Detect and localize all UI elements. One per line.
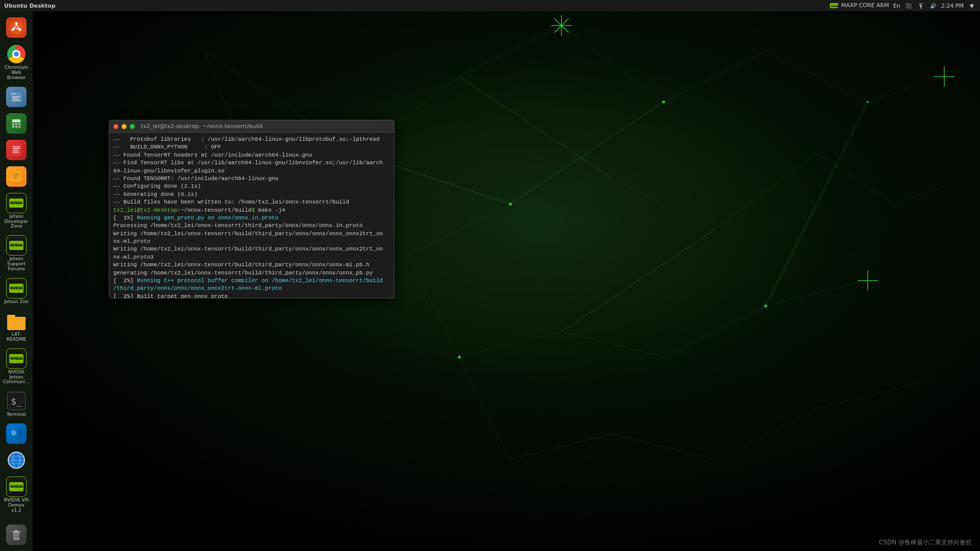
window-maximize-button[interactable] [130, 124, 135, 129]
terminal-titlebar[interactable]: tx2_lei@tx2-desktop: ~/onnx-tensorrt/bui… [109, 120, 394, 133]
top-panel-right: NVIDIA MAXP CORE ARM En ⬛ 🔊 2:24 PM ▼ [830, 2, 976, 10]
dock-item-nvidia-vpi[interactable]: NVIDIA NVIDIA VPI Demos v1.2 [2, 474, 31, 515]
terminal-line-15: nx-ml.proto3 [113, 254, 390, 261]
terminal-line-4: -- Find TensorRT libs at /usr/lib/aarch6… [113, 159, 390, 167]
clock: 2:24 PM [941, 3, 964, 9]
svg-rect-73 [13, 173, 20, 174]
dropdown-icon[interactable]: ▼ [968, 2, 976, 10]
svg-rect-86 [16, 534, 17, 538]
l4t-folder-icon [6, 311, 27, 331]
chromium-label: Chromium Web Browser [3, 65, 30, 81]
nvidia-dev-label: Jetson Developer Zone [3, 214, 30, 230]
terminal-prompt: tx2_lei@tx2-desktop:~/onnx-tensorrt/buil… [113, 207, 390, 214]
dock-item-chromium[interactable]: Chromium Web Browser [2, 42, 31, 83]
svg-rect-64 [12, 126, 14, 128]
nvidia-comm-icon: NVIDIA [6, 348, 27, 369]
dock-item-vscode[interactable] [2, 421, 31, 446]
terminal-line-progress-1: [ 1%] Running gen_proto.py on onnx/onnx.… [113, 214, 390, 222]
terminal-body[interactable]: -- Protobuf libraries : /usr/lib/aarch64… [109, 133, 394, 298]
watermark-text: CSDN @鲁棒最小二乘支持向量机 [879, 539, 972, 546]
terminal-line-1: -- Protobuf libraries : /usr/lib/aarch64… [113, 136, 390, 143]
terminal-line-11: Processing /home/tx2_lei/onnx-tensorrt/t… [113, 222, 390, 230]
calc-icon [6, 113, 27, 134]
jetson-zoo-label: Jetson Zoo [4, 299, 29, 305]
writer-icon [6, 140, 27, 160]
dock-item-sticky[interactable] [2, 164, 31, 189]
files-icon [6, 87, 27, 107]
svg-point-38 [867, 101, 869, 103]
dock-item-chromium2[interactable] [2, 448, 31, 472]
nvidia-vpi-label: NVIDIA VPI Demos v1.2 [3, 498, 30, 513]
svg-rect-65 [15, 126, 17, 128]
bluetooth-icon: ⬛ [904, 2, 913, 10]
terminal-line-13: nx-ml.proto [113, 238, 390, 245]
dock-item-l4t[interactable]: L4T- README [2, 309, 31, 344]
svg-rect-60 [12, 119, 20, 122]
terminal-label: Terminal [7, 412, 26, 417]
dock-item-trash[interactable] [2, 522, 31, 547]
svg-point-36 [764, 305, 767, 308]
dock-item-calc[interactable] [2, 111, 31, 136]
nvidia-support-icon: NVIDIA [6, 235, 27, 256]
terminal-window[interactable]: tx2_lei@tx2-desktop: ~/onnx-tensorrt/bui… [109, 120, 395, 298]
svg-rect-69 [13, 148, 20, 149]
keyboard-layout[interactable]: En [893, 3, 900, 9]
nvidia-maxp-label: NVIDIA MAXP CORE ARM [830, 2, 889, 10]
svg-rect-62 [15, 123, 17, 125]
nvidia-vpi-icon: NVIDIA [6, 477, 27, 497]
terminal-line-progress-2: [ 2%] Running C++ protocol buffer compil… [113, 277, 390, 285]
terminal-window-title: tx2_lei@tx2-desktop: ~/onnx-tensorrt/bui… [141, 123, 263, 130]
chromium2-icon [6, 450, 27, 470]
svg-rect-84 [15, 530, 18, 531]
dock-item-terminal[interactable]: $_ Terminal [2, 389, 31, 419]
svg-point-33 [509, 203, 512, 206]
terminal-line-5: 64-linux-gnu/libnvinfer_plugin.so [113, 167, 390, 175]
dock-item-nvidia-dev[interactable]: NVIDIA Jetson Developer Zone [2, 191, 31, 232]
dock-item-jetson-zoo[interactable]: NVIDIA Jetson Zoo [2, 276, 31, 307]
dock-item-nvidia-support[interactable]: NVIDIA Jetson Support Forums [2, 233, 31, 274]
trash-icon [6, 524, 27, 545]
terminal-line-7: -- Configuring done (2.1s) [113, 183, 390, 190]
svg-rect-85 [15, 534, 16, 538]
svg-text:NVIDIA: NVIDIA [831, 5, 838, 8]
svg-rect-72 [11, 171, 21, 182]
chromium-icon-wrapper [6, 44, 27, 64]
terminal-line-9: -- Build files have been written to: /ho… [113, 198, 390, 206]
top-panel-left: Ubuntu Desktop [4, 3, 56, 9]
svg-rect-70 [13, 150, 18, 151]
nvidia-support-label: Jetson Support Forums [3, 257, 30, 272]
svg-point-35 [458, 356, 461, 359]
window-minimize-button[interactable] [121, 124, 127, 129]
svg-rect-75 [13, 178, 18, 179]
svg-rect-61 [12, 123, 14, 125]
l4t-label: L4T- README [3, 332, 30, 342]
svg-rect-71 [13, 152, 19, 153]
svg-rect-83 [12, 531, 20, 532]
window-close-button[interactable] [113, 124, 118, 129]
jetson-zoo-icon: NVIDIA [6, 278, 27, 298]
dock-item-ubuntu[interactable] [2, 15, 31, 40]
top-panel: Ubuntu Desktop NVIDIA MAXP CORE ARM En ⬛ [0, 0, 980, 11]
terminal-line-17: generating /home/tx2_lei/onnx-tensorrt/b… [113, 269, 390, 277]
nvidia-dev-icon: NVIDIA [6, 193, 27, 213]
desktop-label: Ubuntu Desktop [4, 3, 56, 9]
terminal-line-8: -- Generating done (0.1s) [113, 191, 390, 198]
network-icon [917, 2, 925, 10]
terminal-line-16: Writing /home/tx2_lei/onnx-tensorrt/buil… [113, 261, 390, 269]
dock: Chromium Web Browser [0, 11, 33, 551]
vscode-icon [6, 423, 27, 444]
terminal-dock-icon: $_ [6, 391, 27, 411]
terminal-line-2: -- BUILD_ONNX_PYTHON : OFF [113, 143, 390, 151]
svg-point-49 [920, 8, 921, 9]
terminal-line-6: -- Found TENSORRT: /usr/include/aarch64-… [113, 175, 390, 183]
svg-rect-68 [13, 146, 20, 147]
svg-rect-87 [18, 534, 19, 538]
terminal-line-12: Writing /home/tx2_lei/onnx-tensorrt/buil… [113, 230, 390, 238]
dock-item-nvidia-comm[interactable]: NVIDIA NVIDIA Jetson Communi... [2, 346, 31, 387]
svg-rect-66 [18, 126, 20, 128]
svg-rect-56 [12, 96, 20, 97]
nvidia-comm-label: NVIDIA Jetson Communi... [3, 370, 30, 385]
dock-item-writer[interactable] [2, 138, 31, 162]
dock-item-files[interactable] [2, 85, 31, 109]
watermark: CSDN @鲁棒最小二乘支持向量机 [879, 538, 972, 547]
